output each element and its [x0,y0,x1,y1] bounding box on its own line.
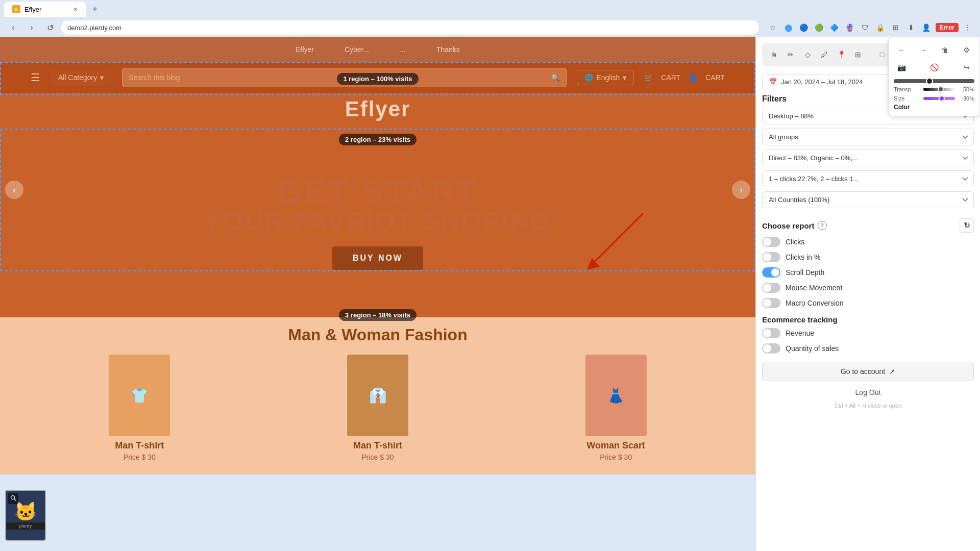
export-tool[interactable]: ↪ [959,60,974,75]
close-tab-button[interactable]: ✕ [73,6,78,13]
forward-button[interactable]: › [24,20,39,35]
rect-tool[interactable]: □ [874,47,890,62]
svg-point-2 [11,496,15,499]
products-section-title: Man & Woman Fashion [31,325,725,344]
color-panel-title: Color [894,104,974,111]
sidebar-panel: 🖱 ✏ ◇ 🖊 📍 ⊞ □ ○ / ⌒ ↗ ▭ [755,37,980,551]
nav-eflyer[interactable]: Eflyer [296,45,314,54]
needle-tool[interactable]: 📍 [834,47,849,62]
profile-icon[interactable]: 👤 [920,21,933,34]
extensions-button[interactable]: ⊞ [890,21,902,34]
browser-ext1[interactable]: 🔵 [798,21,810,34]
nav-dots[interactable]: ... [400,45,406,54]
shortcut-hint: Ctrl + Alt + H close or open [762,403,974,409]
plerdy-icon[interactable]: ⬤ [782,21,795,34]
traffic-filter[interactable]: Direct – 83%, Organic – 0%,... [762,149,974,166]
products-section: 3 region – 18% visits Man & Woman Fashio… [0,317,755,474]
slider-next-button[interactable]: › [732,181,750,199]
downloads-icon[interactable]: ⬇ [905,21,917,34]
transp-label: Transp. [894,86,919,92]
browser-ext6[interactable]: 🔒 [874,21,887,34]
report-item-revenue: Revenue [762,328,974,338]
menu-icon[interactable]: ⋮ [962,21,974,34]
region2-label: 2 region – 23% visits [339,134,416,145]
transparency-row: Transp. 50% [894,86,974,92]
browser-ext3[interactable]: 🔷 [828,21,841,34]
clicks-filter[interactable]: 1 – clicks 22.7%, 2 – clicks 1... [762,170,974,187]
quantity-sales-label: Quantity of sales [786,344,839,353]
grid-tool[interactable]: ⊞ [850,47,866,62]
refresh-button[interactable]: ↺ [43,20,57,35]
pen-tool[interactable]: ✏ [783,47,798,62]
report-item-clicks-pct: Clicks in % [762,252,974,262]
redo-button[interactable]: → [916,42,931,58]
go-account-button[interactable]: Go to account ↗ [762,362,974,381]
region1-label: 1 region – 100% visits [337,73,418,85]
zoom-icon [8,493,18,504]
tool-section-main: 🖱 ✏ ◇ 🖊 📍 ⊞ [766,47,866,62]
svg-line-0 [592,213,643,264]
browser-ext4[interactable]: 🔮 [844,21,856,34]
countries-filter[interactable]: All Countries (100%) [762,191,974,208]
help-icon[interactable]: ? [818,221,827,230]
cursor-tool[interactable]: 🖱 [766,47,781,62]
cat-label: plerdy [6,522,45,530]
toolbar-icons: ☆ ⬤ 🔵 🟢 🔷 🔮 🛡 🔒 ⊞ ⬇ 👤 Error ⋮ [767,21,974,34]
transp-slider[interactable] [923,88,955,91]
nav-cyber[interactable]: Cyber... [345,45,369,54]
logout-button[interactable]: Log Out [762,385,974,399]
active-tab[interactable]: E Eflyer ✕ [4,2,86,17]
back-button[interactable]: ‹ [6,20,20,35]
product-price-3: Price $ 30 [507,453,725,461]
product-name-1: Man T-shirt [31,440,249,451]
product-price-2: Price $ 30 [269,453,487,461]
product-name-3: Woman Scart [507,440,725,451]
revenue-label: Revenue [786,329,814,337]
hero-logo: Eflyer [345,97,411,121]
report-item-scroll-depth: Scroll Depth [762,267,974,278]
diamond-tool[interactable]: ◇ [800,47,815,62]
refresh-report-icon[interactable]: ↻ [960,218,974,233]
product-img-2: 👔 [347,355,408,436]
revenue-toggle[interactable] [762,328,780,338]
choose-report-title: Choose report ? ↻ [762,218,974,233]
size-row: Size 30% [894,95,974,102]
nav-thanks[interactable]: Thanks [436,45,460,54]
macro-conversion-toggle[interactable] [762,298,780,308]
mouse-movement-toggle[interactable] [762,283,780,293]
scroll-depth-toggle[interactable] [762,267,780,278]
undo-button[interactable]: ← [894,42,909,58]
hero-section: 1 region – 100% visits ☰ All Category ▾ … [0,62,755,317]
groups-filter[interactable]: All groups [762,129,974,145]
settings-icon[interactable]: ⚙ [959,42,974,58]
hero-logo-area: Eflyer [345,93,411,126]
ecommerce-title: Ecommerce tracking [762,315,974,324]
product-card-2: 👔 Man T-shirt Price $ 30 [269,355,487,461]
product-name-2: Man T-shirt [269,440,487,451]
calendar-icon: 📅 [769,78,777,86]
clicks-toggle[interactable] [762,237,780,247]
tab-title: Eflyer [24,6,41,13]
browser-ext5[interactable]: 🛡 [859,21,871,34]
clicks-pct-toggle[interactable] [762,252,780,262]
tab-favicon: E [12,5,20,13]
browser-toolbar: ‹ › ↺ demo2.plerdy.com ☆ ⬤ 🔵 🟢 🔷 🔮 🛡 🔒 ⊞… [0,18,980,37]
slider-prev-button[interactable]: ‹ [5,181,23,199]
camera-tool[interactable]: 📷 [894,60,909,75]
report-item-mouse-movement: Mouse Movement [762,283,974,293]
browser-ext2[interactable]: 🟢 [813,21,825,34]
go-account-label: Go to account [841,367,885,375]
eye-slash-tool[interactable]: 🚫 [926,60,942,75]
arrow-annotation [551,198,653,277]
new-tab-button[interactable]: + [88,2,102,16]
scroll-depth-label: Scroll Depth [786,268,824,277]
highlight-tool[interactable]: 🖊 [817,47,832,62]
product-card-3: 👗 Woman Scart Price $ 30 [507,355,725,461]
product-img-1: 👕 [109,355,170,436]
trash-button[interactable]: 🗑 [937,42,952,58]
bookmark-icon[interactable]: ☆ [767,21,779,34]
address-bar[interactable]: demo2.plerdy.com [61,20,759,35]
size-slider[interactable] [923,97,955,100]
product-card-1: 👕 Man T-shirt Price $ 30 [31,355,249,461]
quantity-sales-toggle[interactable] [762,343,780,354]
